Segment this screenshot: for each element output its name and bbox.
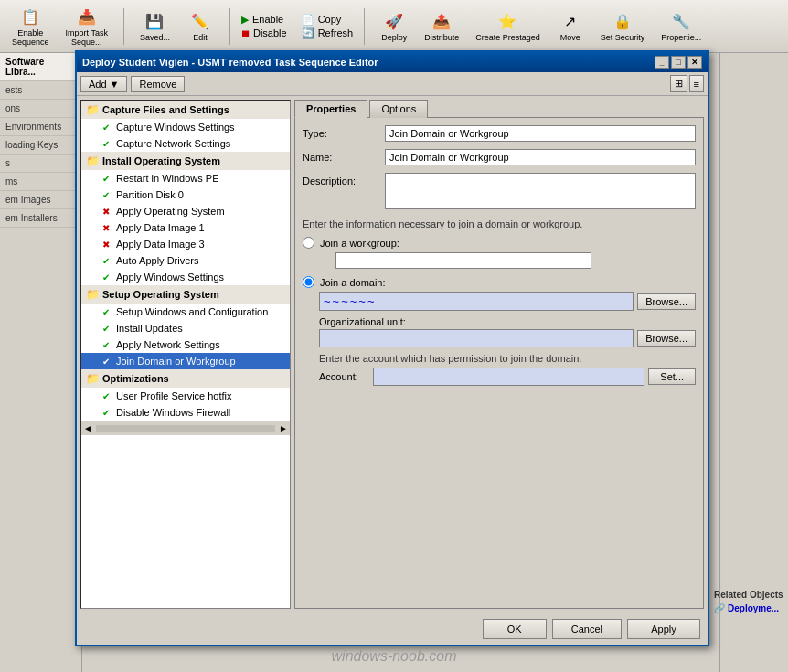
view-tree-btn[interactable]: ⊞ xyxy=(670,75,687,92)
properties-content: Type: Name: Description: xyxy=(294,118,704,609)
refresh-label[interactable]: Refresh xyxy=(318,27,354,38)
toolbar-divider xyxy=(123,8,124,45)
domain-section: Browse... Organizational unit: Browse...… xyxy=(319,292,696,386)
ok-btn[interactable]: OK xyxy=(483,619,547,639)
item-user-profile-hotfix[interactable]: ✔ User Profile Service hotfix xyxy=(81,388,290,404)
item-install-updates[interactable]: ✔ Install Updates xyxy=(81,320,290,336)
remove-btn[interactable]: Remove xyxy=(131,76,185,92)
right-panel: Related Objects 🔗 Deployme... xyxy=(719,53,788,672)
item-partition-disk[interactable]: ✔ Partition Disk 0 xyxy=(81,187,290,203)
group-setup-os[interactable]: 📁 Setup Operating System xyxy=(81,285,290,304)
properties-btn[interactable]: 🔧 Propertie... xyxy=(656,8,706,45)
scroll-right-btn[interactable]: ► xyxy=(277,423,290,433)
sidebar-item-loading-keys[interactable]: loading Keys xyxy=(0,136,81,155)
dialog-body: 📁 Capture Files and Settings ✔ Capture W… xyxy=(77,96,708,613)
join-workgroup-radio[interactable] xyxy=(303,237,314,249)
status-ok-icon: ✔ xyxy=(100,172,112,185)
create-task-sequence-btn[interactable]: 📋 Enable Sequence xyxy=(7,4,54,49)
sidebar-item-tests[interactable]: ests xyxy=(0,81,81,100)
minimize-btn[interactable]: _ xyxy=(655,56,669,69)
properties-icon: 🔧 xyxy=(670,11,692,33)
create-prestaged-btn[interactable]: ⭐ Create Prestaged xyxy=(471,8,545,45)
description-textarea[interactable] xyxy=(385,173,696,209)
disable-label[interactable]: Disable xyxy=(253,27,287,38)
item-restart-windows-pe[interactable]: ✔ Restart in Windows PE xyxy=(81,170,290,187)
sidebar-item-ms[interactable]: ms xyxy=(0,173,81,191)
main-toolbar: 📋 Enable Sequence 📥 Import Task Seque...… xyxy=(0,0,788,53)
close-btn[interactable]: ✕ xyxy=(687,56,702,69)
enable-label[interactable]: Enable xyxy=(252,14,283,25)
distribute-btn[interactable]: 📤 Distribute xyxy=(420,8,463,45)
item-join-domain[interactable]: ✔ Join Domain or Workgroup xyxy=(81,353,290,369)
sidebar-item-environments[interactable]: Environments xyxy=(0,118,81,136)
saved-btn[interactable]: 💾 Saved... xyxy=(135,8,175,45)
dialog-title: Deploy Student Viglen - USMT removed Tas… xyxy=(82,57,378,68)
join-domain-radio[interactable] xyxy=(303,276,314,288)
account-input[interactable] xyxy=(373,368,644,386)
hscroll-thumb[interactable] xyxy=(96,425,275,432)
name-input[interactable] xyxy=(385,149,696,165)
item-capture-windows-settings[interactable]: ✔ Capture Windows Settings xyxy=(81,119,290,135)
folder-icon: 📁 xyxy=(85,154,100,168)
tree-hscroll[interactable]: ◄ ► xyxy=(81,421,290,435)
toolbar-divider3 xyxy=(364,8,365,45)
status-err-icon: ✖ xyxy=(100,205,112,218)
edit-btn[interactable]: ✏️ Edit xyxy=(182,8,218,45)
item-apply-windows-settings[interactable]: ✔ Apply Windows Settings xyxy=(81,269,290,285)
domain-browse-btn[interactable]: Browse... xyxy=(637,293,696,310)
group-capture-files[interactable]: 📁 Capture Files and Settings xyxy=(81,101,290,119)
move-btn[interactable]: ↗ Move xyxy=(552,8,589,45)
set-security-btn[interactable]: 🔒 Set Security xyxy=(596,8,650,45)
capture-network-label: Capture Network Settings xyxy=(116,138,230,149)
apply-os-label: Apply Operating System xyxy=(116,206,225,217)
hotfix-label: User Profile Service hotfix xyxy=(116,390,232,401)
deploy-btn[interactable]: 🚀 Deploy xyxy=(376,8,412,45)
name-field xyxy=(385,149,696,165)
workgroup-input[interactable] xyxy=(335,252,591,269)
add-dropdown-icon: ▼ xyxy=(110,79,120,90)
sidebar-item-em-installers[interactable]: em Installers xyxy=(0,209,81,228)
enable-disable-group: ▶ Enable ◼ Disable xyxy=(241,14,287,39)
sidebar-item-s[interactable]: s xyxy=(0,155,81,173)
item-apply-data-image-1[interactable]: ✖ Apply Data Image 1 xyxy=(81,219,290,236)
properties-tab-label: Properties xyxy=(306,103,356,114)
item-apply-data-image-3[interactable]: ✖ Apply Data Image 3 xyxy=(81,236,290,252)
item-setup-windows[interactable]: ✔ Setup Windows and Configuration xyxy=(81,304,290,320)
group-optimizations[interactable]: 📁 Optimizations xyxy=(81,369,290,388)
item-apply-network-settings[interactable]: ✔ Apply Network Settings xyxy=(81,336,290,353)
set-btn[interactable]: Set... xyxy=(648,368,696,385)
apply-data-1-label: Apply Data Image 1 xyxy=(116,222,205,233)
add-label: Add xyxy=(89,79,107,90)
sidebar-item-ons[interactable]: ons xyxy=(0,100,81,118)
item-apply-os[interactable]: ✖ Apply Operating System xyxy=(81,203,290,219)
ou-browse-btn[interactable]: Browse... xyxy=(637,330,696,347)
deploy-icon: 🚀 xyxy=(383,11,405,33)
tab-properties[interactable]: Properties xyxy=(294,100,367,118)
group-install-os[interactable]: 📁 Install Operating System xyxy=(81,152,290,170)
tab-options[interactable]: Options xyxy=(369,100,428,118)
description-label: Description: xyxy=(303,173,385,187)
task-sequence-tree[interactable]: 📁 Capture Files and Settings ✔ Capture W… xyxy=(80,100,291,609)
join-domain-label: Join a domain: xyxy=(320,277,386,288)
apply-data-3-label: Apply Data Image 3 xyxy=(116,239,205,250)
view-list-btn[interactable]: ≡ xyxy=(689,75,704,92)
copy-label[interactable]: Copy xyxy=(318,14,342,25)
ou-input[interactable] xyxy=(319,329,634,347)
item-disable-firewall[interactable]: ✔ Disable Windows Firewall xyxy=(81,404,290,421)
group-setup-os-label: Setup Operating System xyxy=(102,289,219,300)
left-sidebar: Software Libra... ests ons Environments … xyxy=(0,53,82,672)
sidebar-item-em-images[interactable]: em Images xyxy=(0,191,81,209)
cancel-btn[interactable]: Cancel xyxy=(552,619,622,639)
type-input[interactable] xyxy=(385,125,696,142)
maximize-btn[interactable]: □ xyxy=(671,56,686,69)
deployment-link[interactable]: 🔗 Deployme... xyxy=(714,603,784,613)
item-capture-network-settings[interactable]: ✔ Capture Network Settings xyxy=(81,135,290,152)
item-auto-apply-drivers[interactable]: ✔ Auto Apply Drivers xyxy=(81,252,290,269)
add-btn[interactable]: Add ▼ xyxy=(80,76,127,92)
apply-btn[interactable]: Apply xyxy=(627,619,700,639)
domain-input[interactable] xyxy=(319,292,634,311)
status-ok-icon: ✔ xyxy=(100,355,112,368)
import-task-btn[interactable]: 📥 Import Task Seque... xyxy=(61,4,112,49)
folder-icon: 📁 xyxy=(85,371,100,386)
scroll-left-btn[interactable]: ◄ xyxy=(81,423,94,433)
